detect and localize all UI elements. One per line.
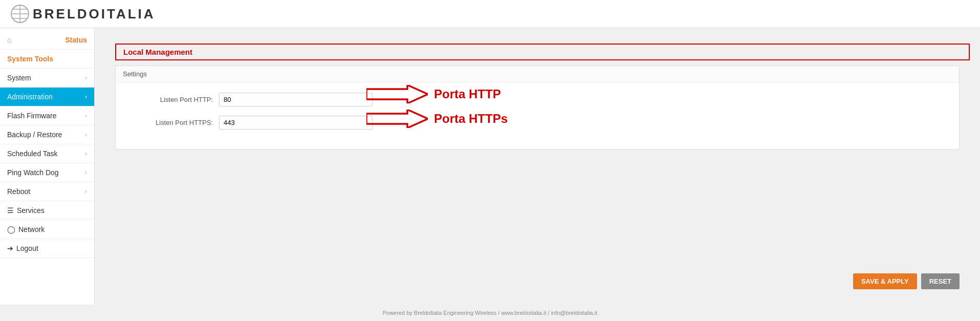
arrow-row-https: Porta HTTPs: [366, 110, 508, 128]
arrow-http-icon: [366, 85, 428, 103]
label-http: Listen Port HTTP:: [131, 96, 213, 103]
local-management-header: Local Management: [115, 44, 970, 60]
settings-box: Settings Listen Port HTTP: Listen Port H…: [115, 66, 960, 149]
sidebar-label-reboot: Reboot: [7, 187, 30, 196]
arrow-row-http: Porta HTTP: [366, 85, 508, 103]
input-http[interactable]: [219, 93, 373, 106]
annotation-label-http: Porta HTTP: [434, 87, 501, 101]
settings-title: Settings: [116, 66, 959, 82]
sidebar-label-system-tools: System Tools: [7, 55, 53, 63]
sidebar-label-services: Services: [17, 206, 45, 215]
chevron-icon-ping-watch-dog: ›: [85, 169, 87, 176]
local-management-label: Local Management: [123, 48, 192, 56]
arrow-https-icon: [366, 110, 428, 128]
svg-marker-6: [366, 110, 428, 128]
main-layout: ⌂ Status System Tools System › Administr…: [0, 28, 980, 305]
form-row-https: Listen Port HTTPS:: [131, 116, 944, 130]
sidebar-section-system-tools: System Tools: [0, 50, 94, 69]
sidebar-item-backup-restore[interactable]: Backup / Restore ›: [0, 125, 94, 144]
sidebar-label-network: Network: [18, 225, 45, 233]
label-https: Listen Port HTTPS:: [131, 119, 213, 126]
sidebar-label-administration: Administration: [7, 93, 53, 101]
logo-text: BRELDOITALIA: [33, 6, 156, 22]
sidebar-item-network[interactable]: ◯ Network: [0, 220, 94, 239]
form-row-http: Listen Port HTTP:: [131, 93, 944, 106]
chevron-icon-system: ›: [85, 74, 87, 81]
sidebar-item-services[interactable]: ☰ Services: [0, 201, 94, 220]
save-apply-button[interactable]: SAVE & APPLY: [853, 273, 917, 289]
page-footer: Powered by Breldoltalia Engineering Wire…: [0, 305, 980, 321]
sidebar: ⌂ Status System Tools System › Administr…: [0, 28, 95, 305]
logout-icon: ➔: [7, 244, 13, 252]
sidebar-item-administration[interactable]: Administration ›: [0, 88, 94, 106]
sidebar-item-status[interactable]: ⌂ Status: [0, 31, 94, 50]
sidebar-item-ping-watch-dog[interactable]: Ping Watch Dog ›: [0, 163, 94, 182]
sidebar-label-system: System: [7, 74, 31, 82]
annotation-label-https: Porta HTTPs: [434, 112, 508, 126]
chevron-icon-administration: ›: [85, 93, 87, 100]
footer-text: Powered by Breldoltalia Engineering Wire…: [383, 310, 598, 316]
reset-button[interactable]: RESET: [921, 273, 960, 289]
sidebar-label-ping-watch-dog: Ping Watch Dog: [7, 168, 59, 177]
sidebar-item-reboot[interactable]: Reboot ›: [0, 182, 94, 201]
sidebar-label-flash-firmware: Flash Firmware: [7, 112, 56, 120]
list-icon: ☰: [7, 206, 14, 215]
input-https[interactable]: [219, 116, 373, 130]
footer-buttons: SAVE & APPLY RESET: [105, 268, 970, 294]
chevron-icon-flash-firmware: ›: [85, 112, 87, 119]
sidebar-item-flash-firmware[interactable]: Flash Firmware ›: [0, 106, 94, 125]
settings-body: Listen Port HTTP: Listen Port HTTPS:: [116, 82, 959, 149]
sidebar-label-status: Status: [65, 36, 87, 44]
annotations-container: Porta HTTP Porta HTTPs: [366, 85, 508, 128]
sidebar-item-system[interactable]: System ›: [0, 69, 94, 88]
chevron-icon-scheduled-task: ›: [85, 150, 87, 157]
sidebar-label-backup-restore: Backup / Restore: [7, 131, 62, 139]
sidebar-item-scheduled-task[interactable]: Scheduled Task ›: [0, 144, 94, 163]
sidebar-label-scheduled-task: Scheduled Task: [7, 149, 58, 158]
svg-marker-5: [366, 85, 428, 103]
sidebar-item-logout[interactable]: ➔ Logout: [0, 239, 94, 258]
header: BRELDOITALIA: [0, 0, 980, 28]
logo-icon: [10, 4, 30, 24]
globe-icon: ◯: [7, 225, 15, 233]
sidebar-label-logout: Logout: [16, 244, 38, 252]
chevron-icon-reboot: ›: [85, 188, 87, 195]
content-area: Local Management Settings Listen Port HT…: [95, 28, 980, 305]
chevron-icon-backup-restore: ›: [85, 131, 87, 138]
home-icon: ⌂: [7, 36, 11, 44]
